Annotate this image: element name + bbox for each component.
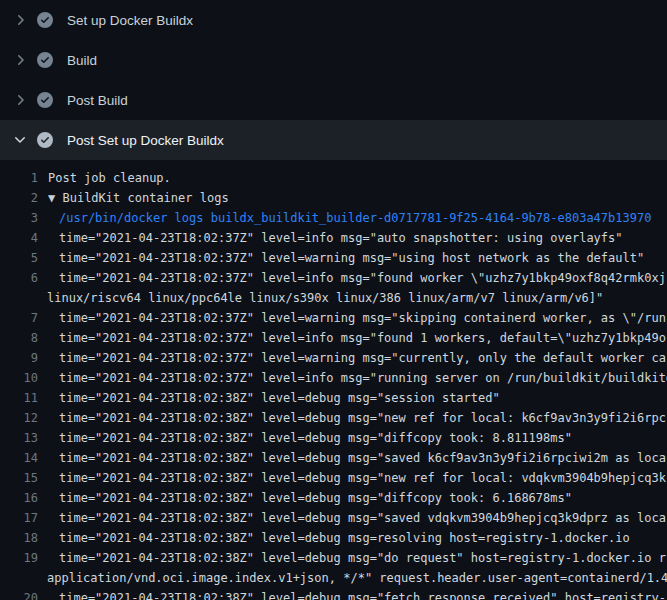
log-line[interactable]: 9time="2021-04-23T18:02:37Z" level=warni…: [0, 348, 667, 368]
check-circle-icon: [37, 92, 53, 108]
log-text: time="2021-04-23T18:02:38Z" level=debug …: [38, 528, 630, 548]
step-title: Post Set up Docker Buildx: [67, 133, 224, 148]
line-number[interactable]: 9: [0, 348, 38, 368]
check-circle-icon: [37, 132, 53, 148]
log-line[interactable]: 2▼ BuildKit container logs: [0, 188, 667, 208]
log-text: time="2021-04-23T18:02:38Z" level=debug …: [38, 428, 572, 448]
log-line[interactable]: 8time="2021-04-23T18:02:37Z" level=info …: [0, 328, 667, 348]
step-title: Set up Docker Buildx: [67, 13, 193, 28]
log-command-text: /usr/bin/docker logs buildx_buildkit_bui…: [38, 208, 651, 228]
line-number[interactable]: 19: [0, 548, 38, 568]
log-text: time="2021-04-23T18:02:38Z" level=debug …: [38, 448, 666, 468]
line-number: [0, 568, 38, 588]
log-line[interactable]: 4time="2021-04-23T18:02:37Z" level=info …: [0, 228, 667, 248]
line-number[interactable]: 5: [0, 248, 38, 268]
steps-list: Set up Docker BuildxBuildPost BuildPost …: [0, 0, 667, 160]
line-number[interactable]: 13: [0, 428, 38, 448]
line-number[interactable]: 18: [0, 528, 38, 548]
step-title: Post Build: [67, 93, 128, 108]
log-line[interactable]: application/vnd.oci.image.index.v1+json,…: [0, 568, 667, 588]
log-line[interactable]: 20time="2021-04-23T18:02:38Z" level=debu…: [0, 588, 667, 600]
log-text: time="2021-04-23T18:02:37Z" level=info m…: [38, 328, 666, 348]
log-line[interactable]: 15time="2021-04-23T18:02:38Z" level=debu…: [0, 468, 667, 488]
log-line[interactable]: linux/riscv64 linux/ppc64le linux/s390x …: [0, 288, 667, 308]
check-circle-icon: [37, 52, 53, 68]
log-text: time="2021-04-23T18:02:38Z" level=debug …: [38, 548, 666, 568]
log-text: linux/riscv64 linux/ppc64le linux/s390x …: [38, 288, 603, 308]
log-text: time="2021-04-23T18:02:37Z" level=info m…: [38, 228, 623, 248]
line-number[interactable]: 8: [0, 328, 38, 348]
line-number[interactable]: 4: [0, 228, 38, 248]
line-number[interactable]: 3: [0, 208, 38, 228]
group-expand-icon[interactable]: ▼: [48, 191, 55, 205]
log-text: Post job cleanup.: [38, 168, 171, 188]
log-area: 1Post job cleanup.2▼ BuildKit container …: [0, 160, 667, 600]
line-number[interactable]: 20: [0, 588, 38, 600]
line-number[interactable]: 6: [0, 268, 38, 288]
line-number[interactable]: 2: [0, 188, 38, 208]
step-section-post-build[interactable]: Post Build: [0, 80, 667, 120]
line-number[interactable]: 17: [0, 508, 38, 528]
log-line[interactable]: 16time="2021-04-23T18:02:38Z" level=debu…: [0, 488, 667, 508]
log-text: time="2021-04-23T18:02:38Z" level=debug …: [38, 588, 666, 600]
log-text: time="2021-04-23T18:02:38Z" level=debug …: [38, 408, 666, 428]
log-text: application/vnd.oci.image.index.v1+json,…: [38, 568, 667, 588]
log-text: time="2021-04-23T18:02:38Z" level=debug …: [38, 468, 666, 488]
log-text: time="2021-04-23T18:02:37Z" level=info m…: [38, 268, 666, 288]
check-circle-icon: [37, 12, 53, 28]
log-text: time="2021-04-23T18:02:37Z" level=info m…: [38, 368, 667, 388]
log-text: time="2021-04-23T18:02:38Z" level=debug …: [38, 388, 500, 408]
line-number[interactable]: 1: [0, 168, 38, 188]
step-title: Build: [67, 53, 97, 68]
chevron-down-icon[interactable]: [12, 132, 28, 148]
step-section-set-up-docker-buildx[interactable]: Set up Docker Buildx: [0, 0, 667, 40]
log-line[interactable]: 17time="2021-04-23T18:02:38Z" level=debu…: [0, 508, 667, 528]
log-line[interactable]: 10time="2021-04-23T18:02:37Z" level=info…: [0, 368, 667, 388]
line-number: [0, 288, 38, 308]
log-line[interactable]: 6time="2021-04-23T18:02:37Z" level=info …: [0, 268, 667, 288]
chevron-right-icon[interactable]: [12, 12, 28, 28]
log-text: time="2021-04-23T18:02:38Z" level=debug …: [38, 488, 572, 508]
log-line[interactable]: 1Post job cleanup.: [0, 168, 667, 188]
log-text: time="2021-04-23T18:02:38Z" level=debug …: [38, 508, 666, 528]
line-number[interactable]: 15: [0, 468, 38, 488]
line-number[interactable]: 7: [0, 308, 38, 328]
step-section-build[interactable]: Build: [0, 40, 667, 80]
chevron-right-icon[interactable]: [12, 52, 28, 68]
line-number[interactable]: 10: [0, 368, 38, 388]
line-number[interactable]: 16: [0, 488, 38, 508]
log-text: time="2021-04-23T18:02:37Z" level=warnin…: [38, 248, 644, 268]
line-number[interactable]: 14: [0, 448, 38, 468]
log-text: time="2021-04-23T18:02:37Z" level=warnin…: [38, 308, 666, 328]
step-section-post-set-up-docker-buildx[interactable]: Post Set up Docker Buildx: [0, 120, 667, 160]
log-line[interactable]: 5time="2021-04-23T18:02:37Z" level=warni…: [0, 248, 667, 268]
log-line[interactable]: 13time="2021-04-23T18:02:38Z" level=debu…: [0, 428, 667, 448]
log-line[interactable]: 18time="2021-04-23T18:02:38Z" level=debu…: [0, 528, 667, 548]
chevron-right-icon[interactable]: [12, 92, 28, 108]
line-number[interactable]: 12: [0, 408, 38, 428]
log-line[interactable]: 11time="2021-04-23T18:02:38Z" level=debu…: [0, 388, 667, 408]
log-text: time="2021-04-23T18:02:37Z" level=warnin…: [38, 348, 666, 368]
log-text: ▼ BuildKit container logs: [38, 188, 229, 208]
line-number[interactable]: 11: [0, 388, 38, 408]
log-line[interactable]: 12time="2021-04-23T18:02:38Z" level=debu…: [0, 408, 667, 428]
log-line[interactable]: 14time="2021-04-23T18:02:38Z" level=debu…: [0, 448, 667, 468]
log-line[interactable]: 3/usr/bin/docker logs buildx_buildkit_bu…: [0, 208, 667, 228]
log-line[interactable]: 7time="2021-04-23T18:02:37Z" level=warni…: [0, 308, 667, 328]
log-line[interactable]: 19time="2021-04-23T18:02:38Z" level=debu…: [0, 548, 667, 568]
